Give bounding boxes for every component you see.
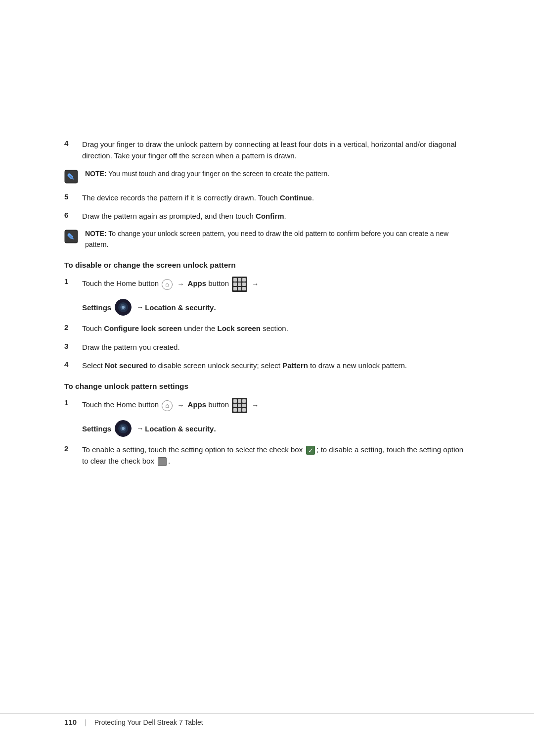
section1-heading: To disable or change the screen unlock p… [64,261,470,270]
step-number: 5 [64,192,82,201]
svg-point-13 [121,425,123,427]
section1-step4: 4 Select Not secured to disable screen u… [64,360,470,371]
section1-step2: 2 Touch Configure lock screen under the … [64,323,470,334]
note-icon-2: ✎ [64,230,82,245]
page-content: 4 Drag your finger to draw the unlock pa… [0,0,534,504]
note-2: ✎ NOTE: To change your unlock screen pat… [64,229,470,250]
step-number: 1 [64,398,82,407]
settings-icon-2 [115,420,132,437]
note-1: ✎ NOTE: You must touch and drag your fin… [64,169,470,185]
checkbox-checked-icon: ✓ [306,446,315,455]
step-5-main: 5 The device records the pattern if it i… [64,192,470,203]
location-security-label-2: Location & security [145,425,214,433]
arrow-icon: → [136,425,143,432]
svg-text:✎: ✎ [67,232,74,242]
arrow-icon: → [136,303,143,311]
step-number: 2 [64,444,82,453]
settings-label-2: Settings [82,425,111,433]
step-number: 4 [64,360,82,369]
svg-text:✎: ✎ [67,172,74,182]
step-text: Touch the Home button ⌂ → Apps button → [82,398,470,413]
section1-step3: 3 Draw the pattern you created. [64,341,470,353]
checkbox-empty-icon [158,457,167,466]
home-button-icon-2: ⌂ [162,400,173,411]
step-text: Select Not secured to disable screen unl… [82,360,470,371]
step-text: Touch Configure lock screen under the Lo… [82,323,470,334]
note-text: NOTE: You must touch and drag your finge… [85,169,329,180]
arrow-icon: → [252,401,259,409]
step-text: Draw the pattern you created. [82,341,470,353]
apps-grid-icon-2 [232,398,247,413]
settings-icon [115,299,132,316]
footer: 110 | Protecting Your Dell Streak 7 Tabl… [0,713,534,726]
footer-divider: | [85,718,87,726]
section2-step2: 2 To enable a setting, touch the setting… [64,444,470,467]
section1-step1: 1 Touch the Home button ⌂ → Apps button … [64,277,470,292]
step-number: 4 [64,139,82,147]
footer-text: Protecting Your Dell Streak 7 Tablet [94,718,203,726]
step-text: Touch the Home button ⌂ → Apps button → [82,277,470,292]
svg-point-12 [122,427,125,430]
svg-point-8 [121,304,123,306]
location-security-label: Location & security [145,303,214,312]
section2-heading: To change unlock pattern settings [64,382,470,391]
svg-point-7 [122,306,125,309]
settings-label: Settings [82,303,111,312]
step-text: To enable a setting, touch the setting o… [82,444,470,467]
settings-line-2: Settings → Location & security. [82,420,470,437]
section2-step1: 1 Touch the Home button ⌂ → Apps button … [64,398,470,413]
settings-line-1: Settings → Location & security. [82,299,470,316]
step-text: Draw the pattern again as prompted, and … [82,210,470,222]
step-text: Drag your finger to draw the unlock patt… [82,139,470,162]
page-number: 110 [64,718,77,726]
step-number: 6 [64,210,82,219]
arrow-icon: → [177,401,184,409]
step-number: 3 [64,341,82,350]
arrow-icon: → [252,280,259,288]
note-icon: ✎ [64,170,82,185]
step-4-main: 4 Drag your finger to draw the unlock pa… [64,139,470,162]
step-text: The device records the pattern if it is … [82,192,470,203]
arrow-icon: → [177,280,184,288]
note-text-2: NOTE: To change your unlock screen patte… [85,229,470,250]
step-6-main: 6 Draw the pattern again as prompted, an… [64,210,470,222]
apps-grid-icon [232,277,247,292]
step-number: 1 [64,277,82,285]
home-button-icon: ⌂ [162,279,173,290]
step-number: 2 [64,323,82,331]
